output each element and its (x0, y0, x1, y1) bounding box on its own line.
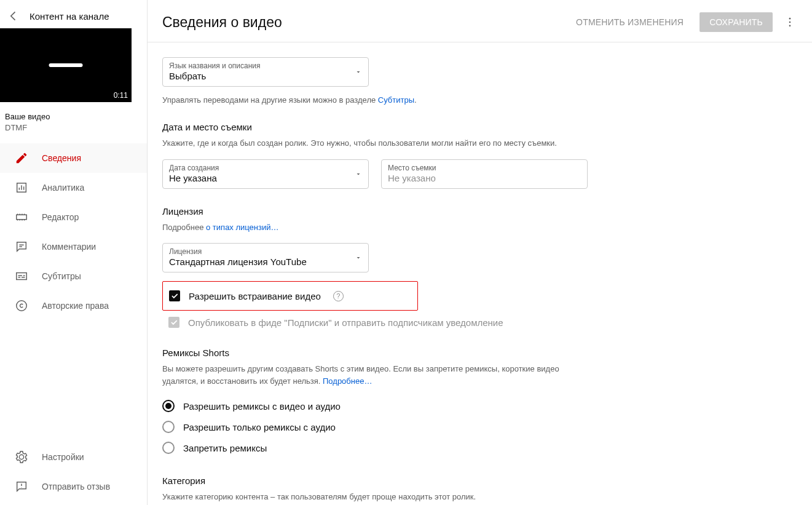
nav-editor[interactable]: Редактор (0, 202, 147, 232)
back-arrow-icon[interactable] (7, 10, 20, 22)
allow-embed-checkbox[interactable] (169, 290, 180, 301)
sidebar-header-title: Контент на канале (30, 11, 109, 22)
radio-label: Разрешить ремиксы с видео и аудио (183, 401, 341, 412)
radio-label: Разрешить только ремиксы с аудио (183, 422, 336, 432)
date-section-title: Дата и место съемки (162, 122, 797, 132)
subtitles-hint: Управлять переводами на другие языки мож… (162, 95, 797, 105)
nav-analytics[interactable]: Аналитика (0, 173, 147, 202)
nav-subtitles[interactable]: Субтитры (0, 261, 147, 291)
nav-label: Редактор (42, 212, 79, 222)
nav-copyright[interactable]: Авторские права (0, 291, 147, 320)
field-value: Не указана (169, 173, 362, 183)
recording-location-input[interactable]: Место съемки Не указано (381, 159, 588, 189)
radio-icon (162, 442, 175, 454)
svg-point-2 (789, 22, 791, 23)
svg-point-1 (789, 18, 791, 20)
remix-option-audio-only[interactable]: Разрешить только ремиксы с аудио (162, 416, 797, 437)
remix-section-title: Ремиксы Shorts (162, 348, 797, 358)
radio-label: Запретить ремиксы (183, 443, 267, 453)
nav-label: Субтитры (42, 271, 81, 281)
remix-section-desc: Вы можете разрешить другим создавать Sho… (162, 363, 580, 387)
allow-embed-highlight: Разрешить встраивание видео ? (162, 281, 418, 311)
license-section-title: Лицензия (162, 206, 797, 217)
nav-label: Комментарии (42, 242, 96, 252)
video-duration: 0:11 (114, 91, 128, 100)
recording-date-select[interactable]: Дата создания Не указана (162, 159, 369, 189)
publish-feed-checkbox (168, 317, 179, 328)
category-section-desc: Укажите категорию контента – так пользов… (162, 491, 580, 503)
copyright-icon (15, 299, 28, 312)
field-label: Дата создания (169, 164, 362, 172)
nav-label: Аналитика (42, 183, 84, 193)
nav-settings[interactable]: Настройки (0, 442, 147, 472)
page-title: Сведения о видео (162, 14, 560, 31)
language-select[interactable]: Язык названия и описания Выбрать (162, 57, 369, 87)
nav-label: Настройки (42, 452, 84, 462)
help-icon[interactable]: ? (333, 291, 344, 301)
license-section-desc: Подробнее о типах лицензий… (162, 221, 580, 234)
field-placeholder: Не указано (388, 173, 581, 183)
video-thumbnail[interactable]: 0:11 (0, 28, 132, 102)
radio-icon (162, 400, 175, 412)
remix-option-video-audio[interactable]: Разрешить ремиксы с видео и аудио (162, 396, 797, 416)
nav-label: Сведения (42, 153, 81, 163)
chevron-down-icon (355, 254, 362, 261)
date-section-desc: Укажите, где и когда был создан ролик. Э… (162, 137, 580, 149)
nav-details[interactable]: Сведения (0, 143, 147, 173)
video-title: DTMF (5, 123, 135, 132)
save-button[interactable]: СОХРАНИТЬ (700, 12, 773, 32)
category-section-title: Категория (162, 475, 797, 486)
gear-icon (15, 450, 28, 464)
comments-icon (15, 240, 28, 253)
subtitles-icon (15, 269, 28, 283)
svg-point-3 (789, 25, 791, 27)
feedback-icon (15, 480, 28, 493)
chevron-down-icon (355, 170, 362, 178)
allow-embed-label: Разрешить встраивание видео (189, 291, 321, 301)
svg-point-0 (17, 301, 27, 311)
license-select[interactable]: Лицензия Стандартная лицензия YouTube (162, 243, 369, 272)
nav-label: Авторские права (42, 301, 109, 311)
remix-option-disable[interactable]: Запретить ремиксы (162, 437, 797, 458)
remix-learn-more-link[interactable]: Подробнее… (323, 376, 372, 386)
analytics-icon (15, 181, 28, 194)
subtitles-link[interactable]: Субтитры (378, 95, 414, 105)
nav-comments[interactable]: Комментарии (0, 232, 147, 261)
video-meta-label: Ваше видео (5, 112, 135, 121)
nav-label: Отправить отзыв (42, 482, 110, 491)
field-label: Лицензия (169, 247, 362, 256)
more-vert-icon[interactable] (780, 12, 800, 32)
editor-icon (15, 210, 28, 224)
nav-feedback[interactable]: Отправить отзыв (0, 472, 147, 501)
field-value: Стандартная лицензия YouTube (169, 256, 362, 267)
pencil-icon (15, 151, 28, 165)
field-label: Язык названия и описания (169, 62, 362, 70)
license-types-link[interactable]: о типах лицензий… (206, 223, 278, 232)
cancel-button[interactable]: ОТМЕНИТЬ ИЗМЕНЕНИЯ (567, 12, 692, 32)
field-value: Выбрать (169, 71, 362, 81)
field-label: Место съемки (388, 164, 581, 172)
publish-feed-label: Опубликовать в фиде "Подписки" и отправи… (188, 317, 503, 328)
radio-icon (162, 421, 175, 433)
chevron-down-icon (355, 68, 362, 76)
